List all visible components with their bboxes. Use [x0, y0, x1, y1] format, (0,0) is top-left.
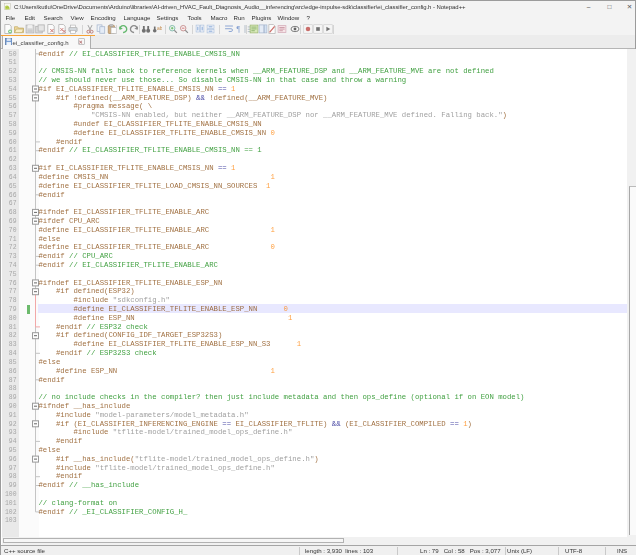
svg-text:¶: ¶ [236, 25, 240, 34]
svg-text:ab: ab [157, 26, 162, 31]
